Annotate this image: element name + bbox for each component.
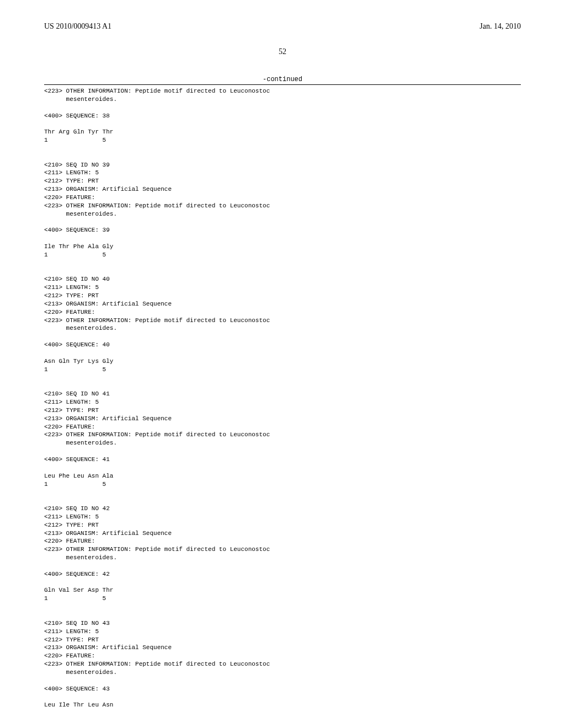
- sequence-listing: <223> OTHER INFORMATION: Peptide motif d…: [44, 87, 521, 709]
- publication-number: US 2010/0009413 A1: [44, 22, 111, 31]
- divider-top: [44, 84, 521, 85]
- continued-label: -continued: [44, 76, 521, 83]
- page-header: US 2010/0009413 A1 Jan. 14, 2010: [44, 22, 521, 31]
- publication-date: Jan. 14, 2010: [479, 22, 521, 31]
- page-number: 52: [44, 47, 521, 56]
